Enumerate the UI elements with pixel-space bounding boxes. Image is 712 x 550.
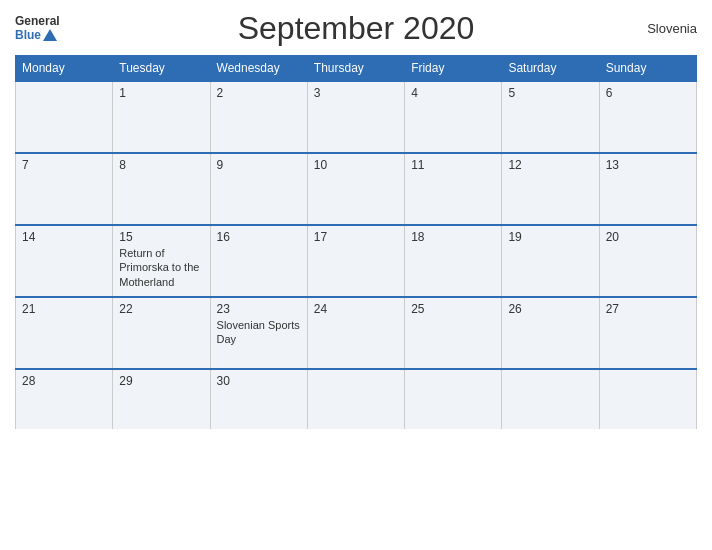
calendar-day-cell: 2 bbox=[210, 81, 307, 153]
calendar-day-cell: 16 bbox=[210, 225, 307, 297]
calendar-header: Monday Tuesday Wednesday Thursday Friday… bbox=[16, 56, 697, 82]
header: General Blue September 2020 Slovenia bbox=[15, 10, 697, 47]
calendar-day-cell: 17 bbox=[307, 225, 404, 297]
day-event: Slovenian Sports Day bbox=[217, 319, 300, 345]
day-number: 16 bbox=[217, 230, 301, 244]
calendar-week-row: 78910111213 bbox=[16, 153, 697, 225]
col-tuesday: Tuesday bbox=[113, 56, 210, 82]
day-number: 11 bbox=[411, 158, 495, 172]
calendar-day-cell: 3 bbox=[307, 81, 404, 153]
day-number: 20 bbox=[606, 230, 690, 244]
day-number: 13 bbox=[606, 158, 690, 172]
day-number: 26 bbox=[508, 302, 592, 316]
calendar-day-cell: 10 bbox=[307, 153, 404, 225]
day-number: 6 bbox=[606, 86, 690, 100]
day-number: 14 bbox=[22, 230, 106, 244]
calendar-day-cell: 29 bbox=[113, 369, 210, 429]
calendar-day-cell: 4 bbox=[405, 81, 502, 153]
day-number: 29 bbox=[119, 374, 203, 388]
day-number: 24 bbox=[314, 302, 398, 316]
calendar-day-cell: 15Return of Primorska to the Motherland bbox=[113, 225, 210, 297]
calendar-day-cell bbox=[405, 369, 502, 429]
calendar-day-cell: 11 bbox=[405, 153, 502, 225]
day-number: 25 bbox=[411, 302, 495, 316]
calendar-day-cell: 1 bbox=[113, 81, 210, 153]
page: General Blue September 2020 Slovenia Mon… bbox=[0, 0, 712, 550]
calendar-week-row: 123456 bbox=[16, 81, 697, 153]
calendar-day-cell: 18 bbox=[405, 225, 502, 297]
day-number: 17 bbox=[314, 230, 398, 244]
day-number: 8 bbox=[119, 158, 203, 172]
calendar-day-cell: 6 bbox=[599, 81, 696, 153]
day-number: 9 bbox=[217, 158, 301, 172]
day-number: 28 bbox=[22, 374, 106, 388]
calendar-day-cell: 12 bbox=[502, 153, 599, 225]
day-number: 30 bbox=[217, 374, 301, 388]
calendar-day-cell: 7 bbox=[16, 153, 113, 225]
logo-triangle-icon bbox=[43, 29, 57, 41]
day-number: 21 bbox=[22, 302, 106, 316]
calendar-day-cell bbox=[16, 81, 113, 153]
calendar-week-row: 282930 bbox=[16, 369, 697, 429]
calendar-day-cell: 21 bbox=[16, 297, 113, 369]
calendar-day-cell: 5 bbox=[502, 81, 599, 153]
day-number: 4 bbox=[411, 86, 495, 100]
calendar-day-cell: 19 bbox=[502, 225, 599, 297]
col-saturday: Saturday bbox=[502, 56, 599, 82]
calendar-day-cell: 22 bbox=[113, 297, 210, 369]
day-number: 22 bbox=[119, 302, 203, 316]
logo-general-text: General bbox=[15, 15, 60, 28]
calendar-day-cell: 8 bbox=[113, 153, 210, 225]
calendar-table: Monday Tuesday Wednesday Thursday Friday… bbox=[15, 55, 697, 429]
day-number: 12 bbox=[508, 158, 592, 172]
calendar-day-cell bbox=[599, 369, 696, 429]
page-title: September 2020 bbox=[238, 10, 475, 47]
col-thursday: Thursday bbox=[307, 56, 404, 82]
calendar-day-cell: 14 bbox=[16, 225, 113, 297]
calendar-day-cell: 28 bbox=[16, 369, 113, 429]
logo-blue-text: Blue bbox=[15, 29, 60, 42]
calendar-day-cell bbox=[502, 369, 599, 429]
day-number: 19 bbox=[508, 230, 592, 244]
day-number: 23 bbox=[217, 302, 301, 316]
day-number: 7 bbox=[22, 158, 106, 172]
day-number: 3 bbox=[314, 86, 398, 100]
calendar-day-cell: 26 bbox=[502, 297, 599, 369]
calendar-day-cell: 9 bbox=[210, 153, 307, 225]
calendar-week-row: 212223Slovenian Sports Day24252627 bbox=[16, 297, 697, 369]
calendar-day-cell: 27 bbox=[599, 297, 696, 369]
calendar-body: 123456789101112131415Return of Primorska… bbox=[16, 81, 697, 429]
calendar-day-cell: 23Slovenian Sports Day bbox=[210, 297, 307, 369]
logo: General Blue bbox=[15, 15, 60, 41]
calendar-day-cell: 24 bbox=[307, 297, 404, 369]
day-number: 27 bbox=[606, 302, 690, 316]
day-number: 15 bbox=[119, 230, 203, 244]
col-friday: Friday bbox=[405, 56, 502, 82]
day-number: 1 bbox=[119, 86, 203, 100]
calendar-day-cell: 30 bbox=[210, 369, 307, 429]
calendar-day-cell: 13 bbox=[599, 153, 696, 225]
day-event: Return of Primorska to the Motherland bbox=[119, 247, 199, 288]
day-number: 5 bbox=[508, 86, 592, 100]
calendar-day-cell bbox=[307, 369, 404, 429]
calendar-week-row: 1415Return of Primorska to the Motherlan… bbox=[16, 225, 697, 297]
calendar-day-cell: 20 bbox=[599, 225, 696, 297]
day-number: 2 bbox=[217, 86, 301, 100]
col-wednesday: Wednesday bbox=[210, 56, 307, 82]
days-of-week-row: Monday Tuesday Wednesday Thursday Friday… bbox=[16, 56, 697, 82]
calendar-day-cell: 25 bbox=[405, 297, 502, 369]
day-number: 10 bbox=[314, 158, 398, 172]
day-number: 18 bbox=[411, 230, 495, 244]
country-label: Slovenia bbox=[647, 21, 697, 36]
col-monday: Monday bbox=[16, 56, 113, 82]
col-sunday: Sunday bbox=[599, 56, 696, 82]
